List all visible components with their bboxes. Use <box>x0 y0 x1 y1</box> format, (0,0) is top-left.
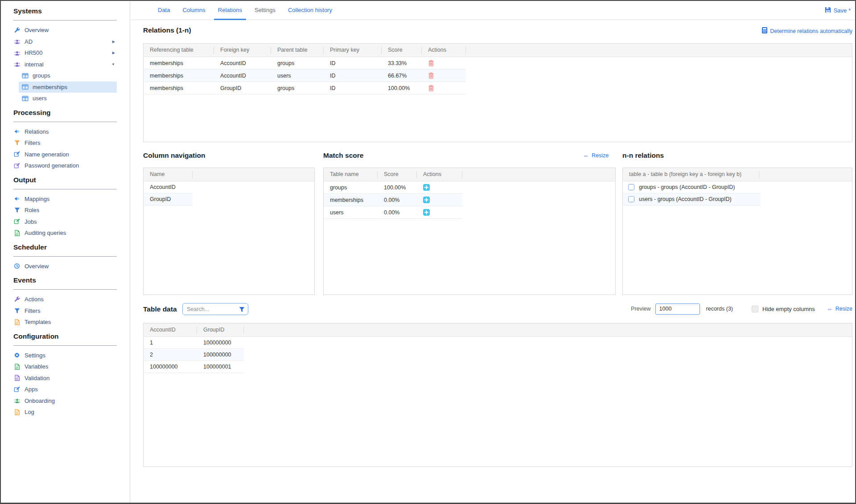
table-data-resize-button[interactable]: ⇔ Resize <box>827 306 852 312</box>
column-header[interactable]: Actions <box>417 168 462 181</box>
column-header[interactable]: Foreign key <box>214 44 271 57</box>
sidebar-item-log[interactable]: Log <box>13 406 117 418</box>
match-score-resize-button[interactable]: ⇔ Resize <box>583 152 609 159</box>
column-header[interactable]: table a - table b (foreign key a - forei… <box>623 168 759 181</box>
sidebar-item-onboarding[interactable]: Onboarding <box>13 395 117 407</box>
data-row[interactable]: 2 100000000 <box>144 349 244 361</box>
nn-relation-checkbox[interactable] <box>628 196 634 202</box>
people-icon <box>13 397 21 404</box>
sidebar-item-apps[interactable]: Apps <box>13 384 117 395</box>
column-nav-row[interactable]: AccountID <box>144 181 193 193</box>
column-nav-row[interactable]: GroupID <box>144 193 193 205</box>
sidebar-item-mappings[interactable]: Mappings <box>13 193 117 205</box>
sidebar-item-label: Password generation <box>25 162 79 169</box>
sidebar-item-label: Settings <box>25 352 45 359</box>
people-icon <box>13 61 21 67</box>
cell-score: 0.00% <box>378 197 417 203</box>
app-window: Systems Overview AD ▶ HR500 ▶ internal ▼ <box>0 0 856 504</box>
sidebar-item-ad[interactable]: AD ▶ <box>13 36 117 48</box>
pencil-doc-icon <box>13 386 21 393</box>
column-header[interactable]: Name <box>144 168 193 181</box>
sidebar-item-actions[interactable]: Actions <box>13 294 117 305</box>
arrows-icon <box>13 196 21 201</box>
pencil-doc-icon <box>13 163 21 169</box>
sidebar-item-settings[interactable]: Settings <box>13 350 117 361</box>
table-icon <box>21 95 29 102</box>
add-relation-button[interactable] <box>423 184 430 191</box>
cell-primary-key: ID <box>324 73 382 79</box>
relation-row[interactable]: memberships AccountID groups ID 33.33% <box>144 57 466 70</box>
delete-relation-button[interactable] <box>428 72 434 79</box>
column-header[interactable]: Table name <box>324 168 378 181</box>
column-header[interactable]: GroupID <box>197 324 244 336</box>
delete-relation-button[interactable] <box>428 60 434 66</box>
sidebar-item-label: Roles <box>25 207 39 213</box>
match-score-row[interactable]: memberships 0.00% <box>324 194 462 206</box>
sidebar-item-label: Onboarding <box>25 397 55 404</box>
nn-relation-checkbox[interactable] <box>628 184 634 190</box>
data-row[interactable]: 1 100000000 <box>144 337 244 349</box>
delete-relation-button[interactable] <box>428 85 434 91</box>
tab-columns[interactable]: Columns <box>178 1 209 20</box>
sidebar-item-validation[interactable]: Validation <box>13 373 117 384</box>
sidebar-item-jobs[interactable]: Jobs <box>13 216 117 228</box>
tab-collection-history[interactable]: Collection history <box>284 1 336 20</box>
column-header[interactable]: AccountID <box>144 324 197 336</box>
sidebar-item-users[interactable]: users <box>13 93 117 104</box>
cell-referencing-table: memberships <box>144 60 214 66</box>
save-button[interactable]: Save * <box>825 1 851 20</box>
add-relation-button[interactable] <box>423 197 430 203</box>
chevron-down-icon[interactable]: ▼ <box>111 62 115 66</box>
sidebar-item-filters-processing[interactable]: Filters <box>13 137 117 149</box>
match-score-row[interactable]: users 0.00% <box>324 206 462 219</box>
sidebar-item-templates[interactable]: Templates <box>13 316 117 328</box>
sidebar-item-name-generation[interactable]: Name generation <box>13 149 117 160</box>
pencil-doc-icon <box>13 151 21 157</box>
tab-relations[interactable]: Relations <box>214 1 246 20</box>
nn-relations-table: table a - table b (foreign key a - forei… <box>622 168 852 295</box>
tab-settings[interactable]: Settings <box>251 1 280 20</box>
chevron-right-icon[interactable]: ▶ <box>112 51 115 55</box>
column-header[interactable]: Score <box>378 168 417 181</box>
sidebar-item-scheduler-overview[interactable]: Overview <box>13 261 117 272</box>
preview-count-input[interactable] <box>655 303 700 315</box>
section-title-events: Events <box>13 276 130 286</box>
search-input[interactable] <box>182 303 248 315</box>
sidebar-item-relations[interactable]: Relations <box>13 126 117 138</box>
chevron-right-icon[interactable]: ▶ <box>112 40 115 44</box>
column-header[interactable]: Score <box>382 44 422 57</box>
determine-relations-button[interactable]: Determine relations automatically <box>762 27 852 35</box>
funnel-icon <box>13 207 21 213</box>
sidebar-item-filters-events[interactable]: Filters <box>13 305 117 317</box>
sidebar-item-auditing-queries[interactable]: Auditing queries <box>13 227 117 239</box>
sidebar-item-password-generation[interactable]: Password generation <box>13 160 117 172</box>
sidebar-item-label: Filters <box>25 307 40 314</box>
sidebar-item-overview[interactable]: Overview <box>13 25 117 36</box>
tab-data[interactable]: Data <box>154 1 174 20</box>
search-funnel-icon[interactable] <box>239 306 245 314</box>
floppy-disk-icon <box>825 7 831 14</box>
sidebar-item-hr500[interactable]: HR500 ▶ <box>13 47 117 59</box>
hide-empty-columns-checkbox[interactable] <box>752 306 758 312</box>
data-row[interactable]: 100000000 100000001 <box>144 361 244 373</box>
column-header[interactable]: Referencing table <box>144 44 214 57</box>
sidebar-item-label: Overview <box>25 263 49 270</box>
relation-row[interactable]: memberships GroupID groups ID 100.00% <box>144 82 466 94</box>
sidebar-item-label: Overview <box>25 27 49 33</box>
relation-row[interactable]: memberships AccountID users ID 66.67% <box>144 70 466 82</box>
add-relation-button[interactable] <box>423 209 430 216</box>
column-header[interactable]: Actions <box>422 44 466 57</box>
sidebar-item-groups[interactable]: groups <box>13 70 117 82</box>
gear-icon <box>13 352 21 358</box>
column-header[interactable]: Parent table <box>271 44 324 57</box>
relations-table: Referencing table Foreign key Parent tab… <box>143 43 852 142</box>
sidebar-item-roles[interactable]: Roles <box>13 205 117 216</box>
match-score-row[interactable]: groups 100.00% <box>324 181 462 194</box>
nn-relation-row[interactable]: groups - groups (AccountID - GroupID) <box>623 181 761 193</box>
nn-relation-row[interactable]: users - groups (AccountID - GroupID) <box>623 193 761 205</box>
column-header[interactable]: Primary key <box>324 44 382 57</box>
divider <box>13 20 117 20</box>
sidebar-item-variables[interactable]: Variables <box>13 361 117 373</box>
sidebar-item-internal[interactable]: internal ▼ <box>13 59 117 70</box>
sidebar-item-memberships[interactable]: memberships <box>19 82 117 93</box>
